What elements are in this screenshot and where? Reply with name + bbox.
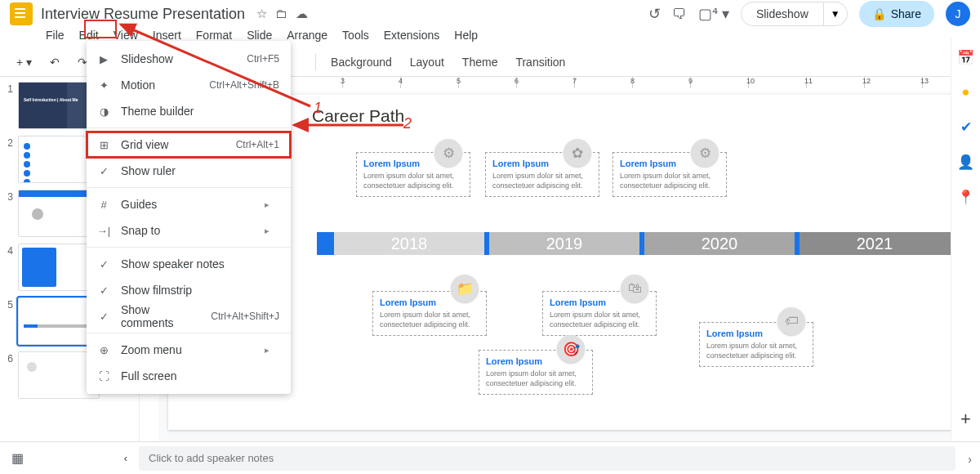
view-menu-item[interactable]: ✓Show speaker notes [87, 251, 291, 277]
menu-item-icon: ✦ [96, 79, 111, 92]
menu-item-shortcut: Ctrl+F5 [247, 53, 279, 65]
menu-help[interactable]: Help [448, 26, 484, 44]
menu-item-label: Zoom menu [121, 343, 255, 356]
keep-icon[interactable]: ● [961, 84, 969, 101]
cloud-status-icon: ☁ [296, 7, 308, 21]
background-chip[interactable]: Background [324, 52, 399, 72]
menu-item-label: Guides [121, 198, 255, 211]
menu-item-label: Full screen [121, 369, 270, 382]
view-menu-item[interactable]: ✓Show filmstrip [87, 277, 291, 303]
view-menu-item[interactable]: ◑Theme builder [87, 98, 291, 124]
annotation-step2: 2 [403, 115, 412, 132]
new-slide-button[interactable]: + ▾ [10, 52, 38, 72]
view-menu-item[interactable]: ⊕Zoom menu▸ [87, 337, 291, 363]
menu-item-label: Motion [121, 78, 199, 92]
menu-item-label: Slideshow [121, 52, 237, 65]
menu-tools[interactable]: Tools [336, 26, 376, 44]
view-menu-dropdown: ▶SlideshowCtrl+F5✦MotionCtrl+Alt+Shift+B… [87, 41, 291, 394]
flower-icon: ✿ [564, 139, 591, 167]
menu-item-label: Show comments [121, 303, 201, 329]
contacts-icon[interactable]: 👤 [957, 154, 974, 171]
menu-item-shortcut: Ctrl+Alt+1 [236, 139, 279, 150]
gear-icon: ⚙ [434, 139, 462, 167]
speaker-notes-bar: ▦ ‹ Click to add speaker notes › [0, 441, 980, 474]
prev-slide-icon[interactable]: ‹ [124, 452, 127, 464]
view-menu-item[interactable]: ✓Show commentsCtrl+Alt+Shift+J [87, 303, 291, 329]
tasks-icon[interactable]: ✔ [960, 118, 972, 136]
menu-item-icon: # [96, 199, 111, 211]
star-icon[interactable]: ☆ [256, 7, 267, 21]
submenu-caret-icon: ▸ [265, 226, 270, 236]
layout-chip[interactable]: Layout [403, 52, 451, 72]
bag-icon: 🛍 [621, 275, 648, 302]
menu-item-icon: ▶ [96, 53, 111, 65]
menu-item-label: Theme builder [121, 105, 270, 118]
menu-item-label: Snap to [121, 224, 255, 237]
comments-icon[interactable]: 🗨 [672, 6, 687, 23]
menu-file[interactable]: File [39, 26, 71, 44]
menu-item-shortcut: Ctrl+Alt+Shift+J [211, 311, 279, 322]
submenu-caret-icon: ▸ [265, 345, 270, 356]
gear-icon: ⚙ [691, 139, 719, 167]
slide-title[interactable]: Career Path [312, 106, 404, 126]
menu-item-icon: ◑ [96, 105, 111, 118]
maps-icon[interactable]: 📍 [957, 189, 974, 206]
slideshow-button[interactable]: Slideshow [741, 2, 824, 26]
slideshow-dropdown[interactable]: ▼ [824, 2, 848, 26]
share-button[interactable]: 🔒 Share [859, 1, 934, 27]
view-menu-item[interactable]: ✦MotionCtrl+Alt+Shift+B [87, 72, 291, 98]
submenu-caret-icon: ▸ [265, 199, 270, 210]
version-history-icon[interactable]: ↺ [648, 5, 661, 23]
menu-item-icon: →| [96, 225, 111, 237]
grid-view-icon[interactable]: ▦ [11, 450, 24, 466]
transition-chip[interactable]: Transition [509, 52, 572, 72]
separator [315, 54, 316, 70]
view-menu-item[interactable]: ⊞Grid viewCtrl+Alt+1 [87, 132, 291, 158]
annotation-step1: 1 [314, 100, 322, 117]
view-menu-item[interactable]: ⛶Full screen [87, 363, 291, 389]
view-menu-item[interactable]: →|Snap to▸ [87, 217, 291, 244]
tag-icon: 🏷 [777, 307, 805, 335]
share-label: Share [891, 7, 921, 20]
menu-extensions[interactable]: Extensions [377, 26, 446, 44]
menu-item-icon: ✓ [96, 284, 111, 297]
menu-item-label: Show filmstrip [121, 284, 270, 297]
app-logo-icon[interactable] [10, 2, 33, 25]
timeline-bar[interactable]: 2018 2019 2020 2021 [332, 232, 952, 255]
menu-item-label: Show speaker notes [121, 257, 270, 271]
view-menu-item[interactable]: #Guides▸ [87, 191, 291, 217]
meet-icon[interactable]: ▢⁴ ▾ [698, 5, 729, 23]
menu-item-label: Show ruler [121, 164, 270, 177]
view-menu-item[interactable]: ✓Show ruler [87, 158, 291, 184]
menu-item-icon: ✓ [96, 258, 111, 271]
theme-chip[interactable]: Theme [456, 52, 505, 72]
account-avatar[interactable]: J [946, 2, 970, 26]
menu-item-icon: ⊕ [96, 344, 111, 356]
explore-caret-icon[interactable]: › [968, 453, 972, 466]
lock-icon: 🔒 [872, 7, 886, 20]
target-icon: 🎯 [557, 335, 585, 363]
menu-item-icon: ⊞ [96, 139, 111, 151]
title-bar: Interview Resume Presentation ☆ 🗀 ☁ ↺ 🗨 … [0, 0, 980, 25]
move-icon[interactable]: 🗀 [275, 7, 287, 21]
menu-item-icon: ⛶ [96, 370, 111, 382]
menu-item-shortcut: Ctrl+Alt+Shift+B [209, 79, 279, 91]
speaker-notes-input[interactable]: Click to add speaker notes [139, 446, 956, 471]
menu-item-icon: ✓ [96, 165, 111, 177]
get-addons-icon[interactable]: + [960, 409, 971, 430]
menu-item-label: Grid view [121, 138, 226, 151]
folder-icon: 📁 [451, 275, 479, 302]
undo-button[interactable]: ↶ [43, 52, 66, 72]
calendar-icon[interactable]: 📅 [957, 49, 974, 66]
doc-title[interactable]: Interview Resume Presentation [41, 6, 245, 23]
side-panel: 📅 ● ✔ 👤 📍 + [951, 38, 980, 441]
menu-item-icon: ✓ [96, 311, 111, 323]
view-menu-item[interactable]: ▶SlideshowCtrl+F5 [87, 46, 291, 72]
